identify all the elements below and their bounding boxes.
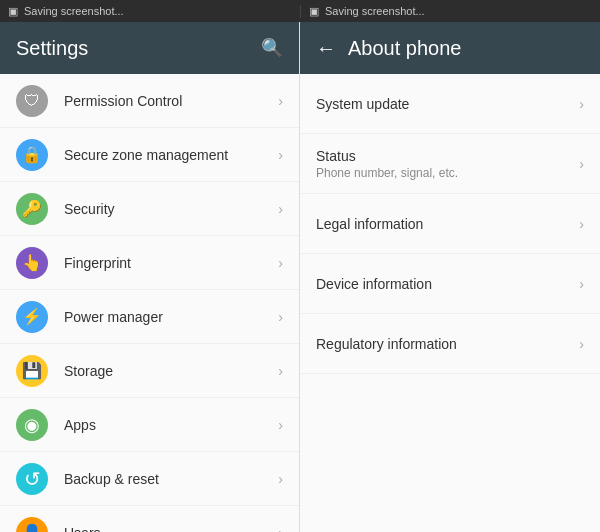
chevron-icon: › xyxy=(278,525,283,533)
sidebar-item-backup-reset[interactable]: ↺ Backup & reset › xyxy=(0,452,299,506)
sidebar-item-storage[interactable]: 💾 Storage › xyxy=(0,344,299,398)
apps-label: Apps xyxy=(64,417,278,433)
fingerprint-label: Fingerprint xyxy=(64,255,278,271)
users-icon: 👤 xyxy=(16,517,48,533)
search-icon[interactable]: 🔍 xyxy=(261,37,283,59)
chevron-icon: › xyxy=(278,309,283,325)
settings-list: 🛡 Permission Control › 🔒 Secure zone man… xyxy=(0,74,299,532)
legal-information-title: Legal information xyxy=(316,216,579,232)
about-item-device-information[interactable]: Device information › xyxy=(300,254,600,314)
status-bar-left: ▣ Saving screenshot... xyxy=(0,5,300,18)
chevron-icon: › xyxy=(278,471,283,487)
device-information-content: Device information xyxy=(316,276,579,292)
chevron-icon: › xyxy=(579,216,584,232)
permission-control-icon: 🛡 xyxy=(16,85,48,117)
chevron-icon: › xyxy=(278,255,283,271)
users-label: Users xyxy=(64,525,278,533)
backup-reset-icon: ↺ xyxy=(16,463,48,495)
chevron-icon: › xyxy=(278,201,283,217)
sidebar-item-fingerprint[interactable]: 👆 Fingerprint › xyxy=(0,236,299,290)
security-icon: 🔑 xyxy=(16,193,48,225)
status-title: Status xyxy=(316,148,579,164)
settings-title: Settings xyxy=(16,37,88,60)
sidebar-item-security[interactable]: 🔑 Security › xyxy=(0,182,299,236)
about-item-legal-information[interactable]: Legal information › xyxy=(300,194,600,254)
about-phone-list: System update › Status Phone number, sig… xyxy=(300,74,600,532)
screenshot-icon-left: ▣ xyxy=(8,5,18,18)
sidebar-item-power-manager[interactable]: ⚡ Power manager › xyxy=(0,290,299,344)
power-manager-icon: ⚡ xyxy=(16,301,48,333)
regulatory-information-title: Regulatory information xyxy=(316,336,579,352)
about-item-status[interactable]: Status Phone number, signal, etc. › xyxy=(300,134,600,194)
about-phone-panel: ← About phone System update › Status Pho… xyxy=(300,0,600,532)
chevron-icon: › xyxy=(579,276,584,292)
status-bar: ▣ Saving screenshot... ▣ Saving screensh… xyxy=(0,0,600,22)
chevron-icon: › xyxy=(278,417,283,433)
settings-header: Settings 🔍 xyxy=(0,22,299,74)
system-update-content: System update xyxy=(316,96,579,112)
about-item-system-update[interactable]: System update › xyxy=(300,74,600,134)
power-manager-label: Power manager xyxy=(64,309,278,325)
sidebar-item-apps[interactable]: ◉ Apps › xyxy=(0,398,299,452)
backup-reset-label: Backup & reset xyxy=(64,471,278,487)
status-subtitle: Phone number, signal, etc. xyxy=(316,166,579,180)
fingerprint-icon: 👆 xyxy=(16,247,48,279)
screenshot-icon-right: ▣ xyxy=(309,5,319,18)
sidebar-item-permission-control[interactable]: 🛡 Permission Control › xyxy=(0,74,299,128)
legal-information-content: Legal information xyxy=(316,216,579,232)
storage-icon: 💾 xyxy=(16,355,48,387)
sidebar-item-users[interactable]: 👤 Users › xyxy=(0,506,299,532)
about-phone-title: About phone xyxy=(348,37,461,60)
system-update-title: System update xyxy=(316,96,579,112)
status-content: Status Phone number, signal, etc. xyxy=(316,148,579,180)
status-bar-right: ▣ Saving screenshot... xyxy=(300,5,600,18)
chevron-icon: › xyxy=(579,156,584,172)
chevron-icon: › xyxy=(278,363,283,379)
secure-zone-label: Secure zone management xyxy=(64,147,278,163)
device-information-title: Device information xyxy=(316,276,579,292)
back-button[interactable]: ← xyxy=(316,37,336,60)
about-phone-header: ← About phone xyxy=(300,22,600,74)
secure-zone-icon: 🔒 xyxy=(16,139,48,171)
apps-icon: ◉ xyxy=(16,409,48,441)
security-label: Security xyxy=(64,201,278,217)
chevron-icon: › xyxy=(278,147,283,163)
chevron-icon: › xyxy=(579,96,584,112)
permission-control-label: Permission Control xyxy=(64,93,278,109)
status-text-right: Saving screenshot... xyxy=(325,5,425,17)
settings-panel: Settings 🔍 🛡 Permission Control › 🔒 Secu… xyxy=(0,0,300,532)
status-text-left: Saving screenshot... xyxy=(24,5,124,17)
about-item-regulatory-information[interactable]: Regulatory information › xyxy=(300,314,600,374)
storage-label: Storage xyxy=(64,363,278,379)
chevron-icon: › xyxy=(579,336,584,352)
regulatory-information-content: Regulatory information xyxy=(316,336,579,352)
chevron-icon: › xyxy=(278,93,283,109)
sidebar-item-secure-zone[interactable]: 🔒 Secure zone management › xyxy=(0,128,299,182)
